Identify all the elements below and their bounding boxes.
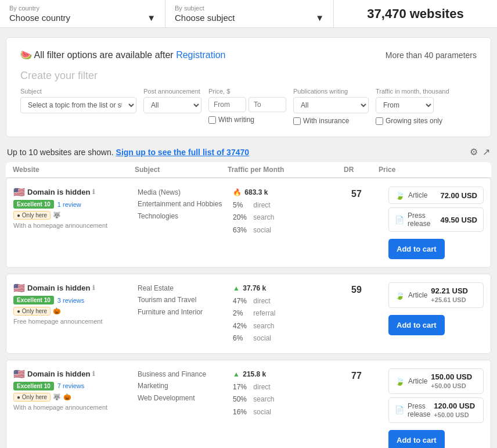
- subject-3-1: Marketing: [138, 380, 231, 392]
- press-release-price-1: 📄 Press release 49.50 USD: [388, 207, 484, 232]
- list-header: Up to 10 websites are shown. Sign up to …: [6, 146, 491, 157]
- traffic-trend-icon-3: ▲: [233, 370, 240, 378]
- price-amount-press-3: 120.00 USD +50.00 USD: [434, 402, 477, 419]
- traffic-type-1-2: social: [253, 226, 271, 234]
- pub-writing-group: Publications writing All With insurance: [293, 88, 369, 125]
- price-to-input[interactable]: [248, 97, 286, 112]
- only-here-3: ● Only here: [13, 393, 51, 402]
- badge-1: Excellent 10: [13, 200, 54, 209]
- site-note-2: Free homepage announcement: [13, 318, 135, 325]
- registration-link[interactable]: Registration: [176, 50, 225, 60]
- site-info-3: 🇺🇸 Domain is hidden ℹ Excellent 10 7 rev…: [13, 368, 135, 411]
- price-amount-article-2: 92.21 USD +25.61 USD: [431, 286, 477, 304]
- settings-icon[interactable]: ⚙: [470, 146, 478, 157]
- list-section: Up to 10 websites are shown. Sign up to …: [6, 146, 491, 448]
- review-link-3[interactable]: 7 reviews: [57, 382, 84, 389]
- traffic-type-1-1: search: [253, 213, 274, 221]
- subject-select[interactable]: Select a topic from the list or start ty…: [20, 97, 136, 113]
- post-select[interactable]: All: [143, 97, 201, 113]
- price-type-article-2: Article: [408, 291, 427, 299]
- col-website: Website: [13, 166, 135, 174]
- price-amount-article-1: 72.00 USD: [440, 191, 477, 200]
- traffic-type-2-0: direct: [253, 297, 270, 305]
- add-to-cart-button-3[interactable]: Add to cart: [388, 430, 445, 448]
- review-link-2[interactable]: 3 reviews: [57, 297, 84, 304]
- traffic-pct-3-1: 50%: [233, 393, 251, 406]
- info-icon-1[interactable]: ℹ: [92, 188, 95, 196]
- article-price-3: 🍃 Article 150.00 USD +50.00 USD: [388, 368, 484, 394]
- only-here-2: ● Only here: [13, 307, 51, 316]
- leaf-icon-2: 🍃: [395, 291, 405, 300]
- traffic-type-1-0: direct: [253, 201, 270, 209]
- price-section-2: 🍃 Article 92.21 USD +25.61 USD Add to ca…: [388, 282, 484, 335]
- leaf-icon-3: 🍃: [395, 377, 405, 386]
- signup-link[interactable]: Sign up to see the full list of 37470: [116, 148, 250, 157]
- country-value: Choose country: [9, 13, 70, 23]
- with-writing-checkbox[interactable]: [208, 116, 216, 124]
- table-row: 🇺🇸 Domain is hidden ℹ Excellent 10 1 rev…: [6, 178, 491, 268]
- watermelon-icon: 🍉: [20, 50, 32, 60]
- traffic-type-2-1: referral: [253, 309, 275, 317]
- traffic-select[interactable]: From: [376, 97, 434, 113]
- country-filter[interactable]: By country Choose country ▼: [0, 0, 165, 27]
- subject-label: By subject: [175, 5, 324, 12]
- export-icon[interactable]: ↗: [482, 146, 490, 157]
- page-icon-1: 📄: [395, 216, 404, 224]
- subject-filter[interactable]: By subject Choose subject ▼: [165, 0, 334, 27]
- emoji-2: 🎃: [53, 307, 61, 315]
- col-price: Price: [379, 166, 484, 174]
- col-traffic: Traffic per Month: [228, 166, 344, 174]
- col-subject: Subject: [135, 166, 228, 174]
- traffic-pct-3-0: 17%: [233, 381, 251, 394]
- dr-1: 57: [351, 187, 386, 199]
- traffic-pct-2-3: 6%: [233, 332, 251, 345]
- subject-1-2: Technologies: [138, 210, 231, 222]
- growing-sites-checkbox[interactable]: [376, 117, 383, 125]
- with-insurance-checkbox[interactable]: [293, 117, 301, 125]
- flag-icon-1: 🇺🇸: [13, 187, 25, 198]
- banner-text-before: All filter options are available after: [34, 50, 174, 60]
- registration-banner: 🍉 All filter options are available after…: [6, 37, 491, 137]
- subjects-2: Real Estate Tourism and Travel Furniture…: [138, 282, 231, 318]
- banner-left: 🍉 All filter options are available after…: [20, 49, 226, 60]
- traffic-type-3-1: search: [253, 395, 274, 403]
- list-header-static: Up to 10 websites are shown.: [7, 148, 114, 157]
- subject-value: Choose subject: [175, 13, 235, 23]
- review-link-1[interactable]: 1 review: [57, 201, 81, 208]
- traffic-1: 🔥 683.3 k 5% direct 20% search 63% socia…: [233, 187, 349, 236]
- traffic-trend-icon-1: 🔥: [233, 188, 242, 196]
- add-to-cart-button-2[interactable]: Add to cart: [388, 315, 445, 335]
- price-section-3: 🍃 Article 150.00 USD +50.00 USD 📄 Press …: [388, 368, 484, 448]
- top-bar: By country Choose country ▼ By subject C…: [0, 0, 497, 28]
- dr-2: 59: [351, 282, 386, 295]
- traffic-label: Traffic in month, thousand: [376, 88, 449, 95]
- subject-field-label: Subject: [20, 88, 136, 95]
- traffic-2: ▲ 37.76 k 47% direct 2% referral 42% sea…: [233, 282, 349, 345]
- growing-sites-label: Growing sites only: [386, 117, 442, 125]
- add-to-cart-button-1[interactable]: Add to cart: [388, 239, 445, 259]
- table-row: 🇺🇸 Domain is hidden ℹ Excellent 10 3 rev…: [6, 274, 491, 354]
- traffic-type-3-0: direct: [253, 383, 270, 391]
- traffic-type-2-3: social: [253, 334, 271, 342]
- info-icon-2[interactable]: ℹ: [92, 284, 95, 292]
- site-name-1: Domain is hidden: [27, 188, 90, 196]
- pub-writing-select[interactable]: All: [293, 97, 369, 113]
- subject-2-1: Tourism and Travel: [138, 294, 231, 306]
- article-price-1: 🍃 Article 72.00 USD: [388, 187, 484, 204]
- price-section-1: 🍃 Article 72.00 USD 📄 Press release 49.5…: [388, 187, 484, 259]
- subject-2-2: Furniture and Interior: [138, 306, 231, 318]
- post-label: Post announcement: [143, 88, 201, 95]
- traffic-trend-icon-2: ▲: [233, 284, 240, 292]
- traffic-filter-group: Traffic in month, thousand From Growing …: [376, 88, 449, 125]
- traffic-type-3-2: social: [253, 408, 271, 416]
- traffic-3: ▲ 215.8 k 17% direct 50% search 16% soci…: [233, 368, 349, 418]
- traffic-total-1: 683.3 k: [244, 188, 268, 196]
- traffic-pct-3-2: 16%: [233, 406, 251, 419]
- col-dr: DR: [344, 166, 379, 174]
- country-arrow-icon: ▼: [147, 13, 156, 23]
- price-filter-group: Price, $ With writing: [208, 88, 286, 124]
- info-icon-3[interactable]: ℹ: [92, 370, 95, 378]
- price-from-input[interactable]: [208, 97, 246, 112]
- subject-filter-group: Subject Select a topic from the list or …: [20, 88, 136, 113]
- price-amount-article-3: 150.00 USD +50.00 USD: [431, 372, 477, 390]
